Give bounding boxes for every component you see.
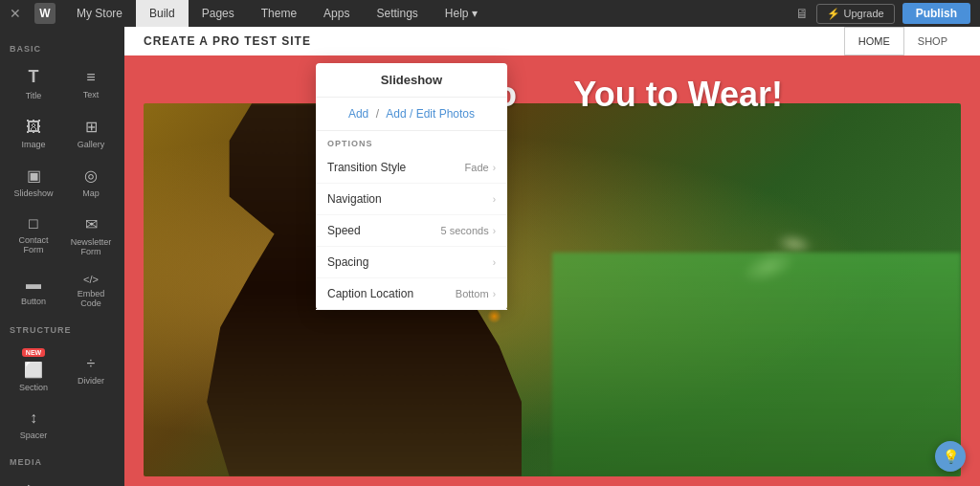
tab-apps[interactable]: Apps: [310, 0, 363, 27]
sidebar-item-newsletter[interactable]: ✉ Newsletter Form: [63, 208, 119, 264]
button-label: Button: [21, 297, 46, 306]
chevron-right-icon-3: ›: [493, 226, 496, 236]
separator: /: [376, 107, 383, 121]
option-speed[interactable]: Speed 5 seconds ›: [316, 215, 507, 247]
site-nav-home[interactable]: HOME: [844, 27, 904, 55]
speed-value: 5 seconds ›: [441, 225, 497, 236]
image-label: Image: [21, 140, 45, 149]
divider-label: Divider: [78, 376, 104, 386]
sidebar-item-image[interactable]: 🖼 Image: [6, 110, 61, 157]
map-label: Map: [82, 188, 100, 198]
section-label-item: Section: [19, 383, 48, 392]
top-navigation: ✕ W My Store Build Pages Theme Apps Sett…: [0, 0, 980, 27]
option-navigation[interactable]: Navigation ›: [316, 184, 507, 215]
spacer-icon: ↕: [30, 409, 37, 427]
transition-style-label: Transition Style: [327, 161, 406, 174]
transition-style-value: Fade ›: [465, 162, 496, 173]
title-label: Title: [26, 91, 42, 100]
lightbulb-icon: 💡: [943, 449, 959, 464]
basic-grid: T Title ≡ Text 🖼 Image ⊞ Gallery ▣ Slide…: [0, 57, 124, 318]
slideshow-label: Slideshow: [13, 188, 53, 198]
site-header: CREATE A PRO TEST SITE HOME SHOP: [124, 27, 980, 55]
sidebar-item-audio[interactable]: ♪ Audio: [63, 473, 119, 486]
slideshow-popup: Slideshow Add / Add / Edit Photos OPTION…: [316, 63, 507, 310]
speed-label: Speed: [327, 224, 361, 237]
upgrade-button[interactable]: ⚡ Upgrade: [816, 4, 894, 24]
tab-pages[interactable]: Pages: [189, 0, 248, 27]
sidebar-item-text[interactable]: ≡ Text: [63, 59, 119, 108]
tab-settings[interactable]: Settings: [363, 0, 431, 27]
sidebar-item-contact-form[interactable]: ☐ Contact Form: [6, 208, 61, 264]
sidebar-item-gallery[interactable]: ⊞ Gallery: [63, 110, 119, 157]
add-edit-photos-link[interactable]: Add / Add / Edit Photos: [316, 98, 507, 131]
sidebar-item-map[interactable]: ◎ Map: [63, 159, 119, 206]
nav-right: 🖥 ⚡ Upgrade Publish: [795, 3, 970, 24]
spacing-value: ›: [493, 257, 496, 268]
tab-help[interactable]: Help ▾: [432, 0, 491, 27]
add-label: Add: [348, 107, 368, 121]
close-button[interactable]: ✕: [10, 6, 21, 21]
pipe-glow: [487, 309, 501, 323]
nav-tabs: My Store Build Pages Theme Apps Settings…: [63, 0, 491, 27]
sidebar-item-section[interactable]: NEW ⬜ Section: [6, 341, 61, 400]
site-nav: HOME SHOP: [844, 27, 961, 55]
sidebar-item-hd-video[interactable]: ▶ HD Video: [6, 473, 61, 486]
main-layout: BASIC T Title ≡ Text 🖼 Image ⊞ Gallery ▣…: [0, 27, 980, 486]
content-area: CREATE A PRO TEST SITE HOME SHOP Making …: [124, 27, 980, 486]
embed-code-label: Embed Code: [67, 289, 115, 308]
new-badge: NEW: [22, 348, 45, 357]
slideshow-background: [144, 103, 961, 476]
site-title: CREATE A PRO TEST SITE: [144, 34, 311, 48]
navigation-value: ›: [493, 194, 496, 205]
tab-theme[interactable]: Theme: [248, 0, 310, 27]
option-transition-style[interactable]: Transition Style Fade ›: [316, 152, 507, 184]
sidebar-item-button[interactable]: ▬ Button: [6, 266, 61, 316]
tab-my-store[interactable]: My Store: [63, 0, 136, 27]
newsletter-icon: ✉: [85, 215, 98, 233]
chevron-right-icon-5: ›: [493, 289, 496, 299]
options-label: OPTIONS: [316, 131, 507, 152]
nav-left: ✕ W My Store Build Pages Theme Apps Sett…: [10, 0, 795, 27]
sidebar-item-spacer[interactable]: ↕ Spacer: [6, 402, 61, 448]
sidebar-item-slideshow[interactable]: ▣ Slideshow: [6, 159, 61, 206]
help-fab-button[interactable]: 💡: [935, 441, 966, 472]
caption-location-value: Bottom ›: [456, 288, 496, 299]
contact-form-label: Contact Form: [10, 235, 57, 254]
gallery-label: Gallery: [78, 140, 105, 149]
edit-label: Add / Edit Photos: [386, 107, 475, 121]
chevron-right-icon-2: ›: [493, 194, 496, 205]
section-label-structure: STRUCTURE: [0, 318, 124, 339]
divider-icon: ÷: [87, 355, 96, 372]
embed-code-icon: </>: [83, 274, 99, 285]
caption-location-label: Caption Location: [327, 287, 413, 300]
section-label-media: MEDIA: [0, 450, 124, 471]
title-icon: T: [29, 67, 39, 87]
sidebar-item-title[interactable]: T Title: [6, 59, 61, 108]
button-icon: ▬: [26, 276, 41, 293]
option-spacing[interactable]: Spacing ›: [316, 247, 507, 278]
text-label: Text: [83, 90, 100, 99]
popup-title: Slideshow: [316, 63, 507, 98]
gallery-icon: ⊞: [85, 118, 98, 136]
section-label-basic: BASIC: [0, 36, 124, 57]
spacer-label: Spacer: [20, 431, 48, 440]
option-caption-location[interactable]: Caption Location Bottom ›: [316, 278, 507, 310]
image-icon: 🖼: [26, 119, 41, 136]
newsletter-label: Newsletter Form: [67, 237, 115, 256]
publish-button[interactable]: Publish: [902, 3, 970, 24]
media-grid: ▶ HD Video ♪ Audio 📄 Document ▶ YouTube: [0, 471, 124, 486]
map-icon: ◎: [84, 166, 98, 185]
left-sidebar: BASIC T Title ≡ Text 🖼 Image ⊞ Gallery ▣…: [0, 27, 124, 486]
text-icon: ≡: [86, 69, 95, 86]
site-nav-shop[interactable]: SHOP: [904, 27, 961, 55]
navigation-label: Navigation: [327, 192, 382, 206]
structure-grid: NEW ⬜ Section ÷ Divider ↕ Spacer: [0, 339, 124, 450]
monitor-icon[interactable]: 🖥: [795, 6, 809, 21]
sidebar-item-divider[interactable]: ÷ Divider: [63, 341, 119, 400]
tab-build[interactable]: Build: [136, 0, 189, 27]
chevron-right-icon-4: ›: [493, 257, 496, 268]
section-icon: ⬜: [24, 361, 43, 379]
logo: W: [34, 3, 56, 24]
sidebar-item-embed-code[interactable]: </> Embed Code: [63, 266, 119, 316]
spacing-label: Spacing: [327, 255, 368, 269]
